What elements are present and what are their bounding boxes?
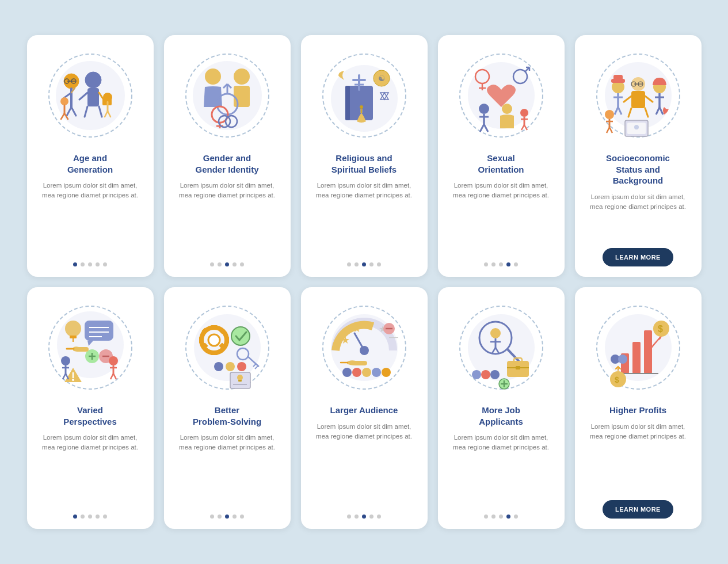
illustration-socioeconomic-status [589,47,687,144]
card-text-gender-identity: Lorem ipsum dolor sit dim amet, mea regi… [174,181,280,254]
dot [103,515,107,519]
dot [73,515,77,519]
svg-point-170 [352,368,361,377]
dot [81,262,85,266]
svg-text:★: ★ [352,323,361,334]
svg-point-8 [85,72,101,88]
card-gender-identity: Gender andGender Identity Lorem ipsum do… [164,35,291,277]
card-title-sexual-orientation: SexualOrientation [478,153,524,175]
dot [88,262,92,266]
learn-more-button-higher-profits[interactable]: LEARN MORE [603,500,673,519]
illustration-age-generation [41,47,139,144]
card-title-age-generation: Age andGeneration [67,153,113,175]
svg-line-131 [110,374,113,379]
svg-rect-197 [632,342,641,374]
card-text-sexual-orientation: Lorem ipsum dolor sit dim amet, mea regi… [448,181,554,254]
dot [355,515,359,519]
dot [499,515,503,519]
illustration-varied-perspectives [41,299,139,397]
card-religious-spiritual: ☯ Religious andSpiritual Beliefs Lorem i… [301,35,428,277]
svg-point-97 [605,110,614,119]
card-title-more-job-applicants: More JobApplicants [479,405,523,427]
dot [73,262,77,266]
svg-point-68 [502,104,512,114]
svg-rect-87 [631,91,645,108]
card-dots-more-job-applicants [484,515,518,519]
svg-rect-30 [234,86,250,107]
dot [514,515,518,519]
card-higher-profits: $ $ Higher Profits Lorem ipsum dolor sit… [575,287,702,529]
svg-point-137 [208,334,220,346]
svg-point-147 [214,362,223,371]
dot [225,262,229,266]
svg-point-52 [360,105,363,109]
dot [377,515,381,519]
dot [240,515,244,519]
svg-point-123 [61,356,70,365]
svg-point-63 [479,104,489,114]
card-varied-perspectives: VariedPerspectives Lorem ipsum dolor sit… [27,287,154,529]
dot [96,262,100,266]
dot [514,262,518,266]
card-grid: Age andGeneration Lorem ipsum dolor sit … [27,35,702,529]
svg-line-72 [521,125,524,130]
dot [88,515,92,519]
illustration-gender-identity [178,47,276,144]
illustration-better-problem-solving [178,299,276,397]
svg-text:$: $ [658,324,663,334]
card-title-religious-spiritual: Religious andSpiritual Beliefs [331,153,397,175]
card-title-socioeconomic-status: SocioeconomicStatus andBackground [606,153,670,186]
svg-point-128 [109,356,118,365]
card-title-higher-profits: Higher Profits [609,405,666,416]
svg-point-171 [362,368,371,377]
dot [81,515,85,519]
dot [103,262,107,266]
svg-text:★: ★ [365,319,375,331]
illustration-more-job-applicants [452,299,550,397]
svg-point-169 [342,368,352,377]
learn-more-button-socioeconomic[interactable]: LEARN MORE [603,248,673,266]
dot [225,515,229,519]
dot [491,515,496,519]
dot [218,515,222,519]
dot [210,515,214,519]
card-dots-age-generation [73,262,107,266]
svg-point-173 [382,368,391,377]
card-dots-better-problem-solving [210,515,244,519]
svg-point-148 [226,362,235,371]
svg-rect-9 [87,88,99,106]
dot [484,262,488,266]
card-text-higher-profits: Lorem ipsum dolor sit dim amet, mea regi… [585,422,691,493]
svg-line-66 [480,124,484,132]
svg-line-153 [255,366,258,369]
card-sexual-orientation: SexualOrientation Lorem ipsum dolor sit … [438,35,565,277]
dot [491,262,496,266]
svg-point-190 [490,370,500,379]
svg-point-146 [231,327,250,345]
svg-text:☯: ☯ [378,74,386,83]
svg-point-69 [520,109,528,117]
svg-rect-110 [85,321,113,341]
illustration-higher-profits: $ $ [589,299,687,397]
svg-line-126 [63,374,66,379]
dot [506,515,510,519]
svg-text:★: ★ [341,334,350,346]
svg-point-179 [490,328,501,338]
dot [240,262,244,266]
svg-text:$: $ [615,375,619,384]
card-dots-gender-identity [210,262,244,266]
card-text-more-job-applicants: Lorem ipsum dolor sit dim amet, mea regi… [448,433,554,506]
dot [484,515,488,519]
card-title-gender-identity: Gender andGender Identity [195,153,258,175]
illustration-larger-audience: ★ ★ ★ ★ — [315,299,413,397]
card-text-age-generation: Lorem ipsum dolor sit dim amet, mea regi… [37,181,143,254]
svg-rect-139 [211,350,218,355]
svg-point-19 [60,97,68,105]
dot [347,515,351,519]
svg-point-104 [634,125,639,129]
dot [218,262,222,266]
card-title-varied-perspectives: VariedPerspectives [63,405,117,427]
svg-rect-78 [613,75,623,81]
svg-line-132 [113,374,116,379]
dot [355,262,359,266]
